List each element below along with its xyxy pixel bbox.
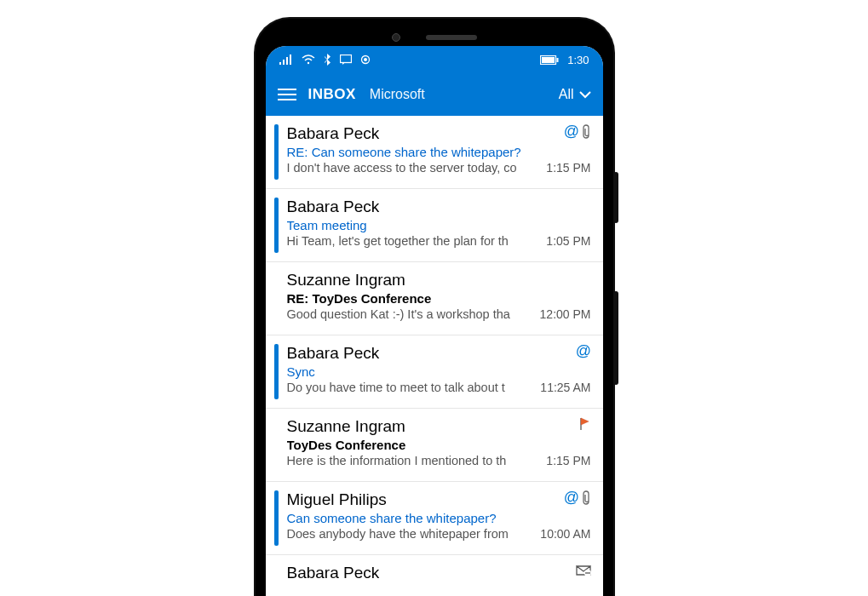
email-time: 1:05 PM xyxy=(546,234,590,248)
email-preview: Do you have time to meet to talk about t xyxy=(287,381,532,394)
unread-indicator xyxy=(274,344,279,399)
unread-indicator xyxy=(274,124,279,180)
email-content: Babara Peck xyxy=(287,564,591,596)
email-time: 11:25 AM xyxy=(540,381,590,394)
email-item[interactable]: Babara Peck@RE: Can someone share the wh… xyxy=(266,116,603,189)
message-icon xyxy=(340,54,352,65)
mention-icon: @ xyxy=(576,344,591,359)
email-item[interactable]: Miguel Philips@Can someone share the whi… xyxy=(266,482,603,555)
power-button xyxy=(613,291,618,385)
menu-button[interactable] xyxy=(278,89,296,100)
email-subject: Sync xyxy=(287,364,591,379)
phone-camera xyxy=(392,33,400,42)
sender-name: Suzanne Ingram xyxy=(287,417,405,436)
email-indicators: @ xyxy=(564,124,591,140)
location-icon xyxy=(360,54,371,65)
sender-name: Suzanne Ingram xyxy=(287,271,405,289)
email-content: Babara Peck@SyncDo you have time to meet… xyxy=(287,344,591,399)
email-preview: I don't have access to the server today,… xyxy=(287,161,538,175)
email-content: Suzanne IngramRE: ToyDes ConferenceGood … xyxy=(287,271,591,326)
battery-icon xyxy=(540,55,559,65)
sender-name: Miguel Philips xyxy=(287,490,387,509)
email-preview: Does anybody have the whitepaper from xyxy=(287,527,532,541)
email-content: Miguel Philips@Can someone share the whi… xyxy=(287,490,591,546)
email-item[interactable]: Babara Peck xyxy=(266,555,603,596)
svg-text:@: @ xyxy=(564,490,579,506)
unread-indicator xyxy=(274,271,279,326)
email-content: Babara Peck@RE: Can someone share the wh… xyxy=(287,124,591,180)
inbox-title: INBOX xyxy=(308,86,356,103)
email-item[interactable]: Suzanne IngramRE: ToyDes ConferenceGood … xyxy=(266,262,603,335)
filter-label: All xyxy=(559,87,574,102)
email-time: 1:15 PM xyxy=(546,454,590,467)
mention-icon: @ xyxy=(564,490,579,506)
email-indicators: @ xyxy=(564,490,591,506)
signal-icon xyxy=(279,54,293,65)
mention-icon: @ xyxy=(564,124,579,140)
status-right: 1:30 xyxy=(540,54,589,66)
email-indicators: @ xyxy=(576,344,591,359)
svg-rect-0 xyxy=(279,62,281,65)
svg-text:@: @ xyxy=(564,124,579,140)
svg-rect-10 xyxy=(557,58,559,62)
svg-point-7 xyxy=(364,58,367,61)
status-bar: 1:30 xyxy=(266,46,603,73)
email-preview: Good question Kat :-) It's a workshop th… xyxy=(287,307,532,321)
sender-name: Babara Peck xyxy=(287,198,380,216)
svg-text:@: @ xyxy=(576,344,591,359)
email-subject: ToyDes Conference xyxy=(287,438,591,452)
email-item[interactable]: Suzanne IngramToyDes ConferenceHere is t… xyxy=(266,409,603,482)
email-subject: RE: ToyDes Conference xyxy=(287,291,591,306)
phone-speaker xyxy=(426,35,477,40)
email-preview: Hi Team, let's get together the plan for… xyxy=(287,234,538,248)
unread-indicator xyxy=(274,564,279,596)
attachment-icon xyxy=(583,490,591,506)
svg-rect-1 xyxy=(283,60,285,65)
email-subject: RE: Can someone share the whitepaper? xyxy=(287,145,591,159)
email-indicators xyxy=(579,417,591,431)
status-left xyxy=(279,54,371,66)
sender-name: Babara Peck xyxy=(287,124,380,143)
bluetooth-icon xyxy=(324,54,331,66)
email-time: 1:15 PM xyxy=(546,161,590,175)
wifi-icon xyxy=(302,54,315,65)
screen: 1:30 INBOX Microsoft All Babara Peck@RE:… xyxy=(266,46,603,596)
email-preview: Here is the information I mentioned to t… xyxy=(287,454,538,467)
svg-rect-5 xyxy=(340,55,351,63)
app-bar: INBOX Microsoft All xyxy=(266,73,603,116)
email-content: Babara PeckTeam meetingHi Team, let's ge… xyxy=(287,198,591,253)
unread-indicator xyxy=(274,490,279,546)
email-time: 10:00 AM xyxy=(540,527,590,541)
email-subject: Can someone share the whitepaper? xyxy=(287,511,591,525)
email-indicators xyxy=(576,564,591,576)
svg-rect-3 xyxy=(290,54,291,65)
email-content: Suzanne IngramToyDes ConferenceHere is t… xyxy=(287,417,591,473)
status-time: 1:30 xyxy=(567,54,589,66)
account-label: Microsoft xyxy=(370,87,425,102)
attachment-icon xyxy=(583,124,591,140)
svg-rect-9 xyxy=(542,57,555,63)
chevron-down-icon xyxy=(579,91,591,99)
svg-point-4 xyxy=(307,62,308,64)
svg-rect-2 xyxy=(286,57,288,65)
filter-dropdown[interactable]: All xyxy=(559,87,591,102)
unread-indicator xyxy=(274,417,279,473)
email-subject: Team meeting xyxy=(287,218,591,232)
phone-hardware xyxy=(266,29,603,46)
volume-button xyxy=(613,172,618,223)
sender-name: Babara Peck xyxy=(287,344,380,363)
email-list[interactable]: Babara Peck@RE: Can someone share the wh… xyxy=(266,116,603,596)
email-item[interactable]: Babara PeckTeam meetingHi Team, let's ge… xyxy=(266,189,603,262)
email-time: 12:00 PM xyxy=(540,307,591,321)
email-item[interactable]: Babara Peck@SyncDo you have time to meet… xyxy=(266,335,603,409)
phone-frame: 1:30 INBOX Microsoft All Babara Peck@RE:… xyxy=(256,19,613,596)
draft-icon xyxy=(576,564,591,576)
unread-indicator xyxy=(274,198,279,253)
sender-name: Babara Peck xyxy=(287,564,380,582)
flag-icon xyxy=(579,417,591,431)
